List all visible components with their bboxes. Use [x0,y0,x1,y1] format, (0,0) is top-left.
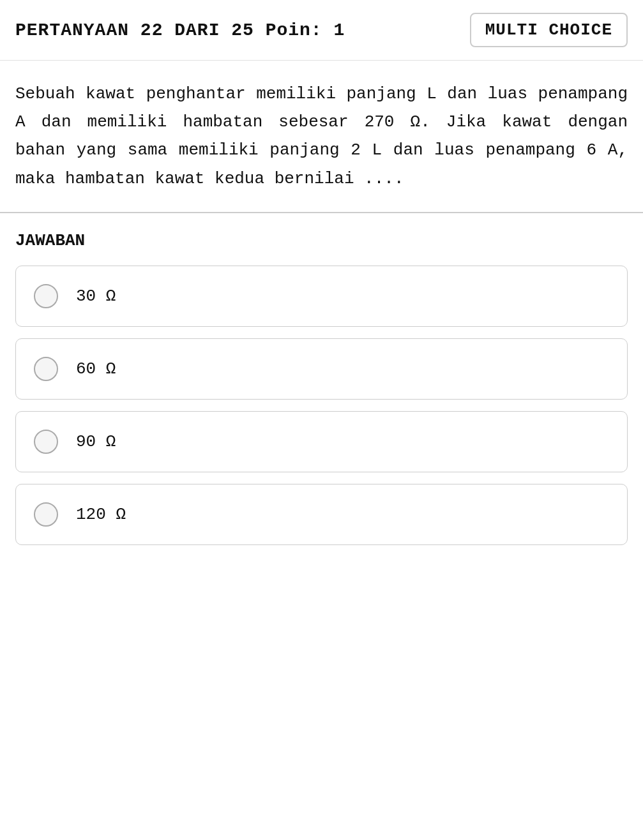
answer-option-2[interactable]: 90 Ω [15,411,628,472]
answer-label-2: 90 Ω [76,432,116,451]
answer-option-1[interactable]: 60 Ω [15,338,628,400]
answer-label-0: 30 Ω [76,287,116,306]
radio-2[interactable] [34,430,58,454]
radio-1[interactable] [34,357,58,381]
answer-label-1: 60 Ω [76,359,116,379]
radio-0[interactable] [34,284,58,308]
question-header: PERTANYAAN 22 DARI 25 Poin: 1 MULTI CHOI… [0,0,643,61]
answer-option-0[interactable]: 30 Ω [15,266,628,327]
radio-3[interactable] [34,502,58,527]
question-type-badge: MULTI CHOICE [470,13,628,47]
jawaban-section: JAWABAN 30 Ω60 Ω90 Ω120 Ω [0,213,643,545]
answer-label-3: 120 Ω [76,505,126,524]
question-text: Sebuah kawat penghantar memiliki panjang… [15,80,628,193]
jawaban-title: JAWABAN [15,231,628,250]
question-info: PERTANYAAN 22 DARI 25 Poin: 1 [15,20,345,40]
answer-options-container: 30 Ω60 Ω90 Ω120 Ω [15,266,628,545]
question-body: Sebuah kawat penghantar memiliki panjang… [0,61,643,213]
answer-option-3[interactable]: 120 Ω [15,484,628,545]
